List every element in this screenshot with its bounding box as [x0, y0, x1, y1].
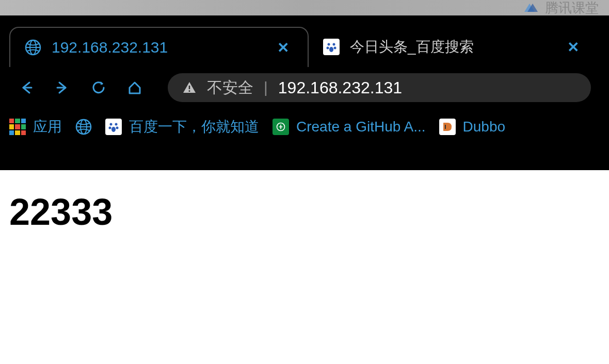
bookmark-bar: 应用 百度一下，你就知道: [0, 108, 609, 145]
nav-bar: 不安全 | 192.168.232.131: [0, 67, 609, 108]
globe-bookmark[interactable]: [75, 119, 92, 135]
home-button[interactable]: [126, 79, 143, 96]
apps-bookmark[interactable]: 应用: [9, 117, 62, 137]
banner-text: 腾讯课堂: [545, 0, 599, 17]
tab-active[interactable]: 192.168.232.131 ✕: [9, 27, 309, 67]
baidu-bookmark[interactable]: 百度一下，你就知道: [105, 117, 259, 137]
tab-close-button[interactable]: ✕: [563, 37, 583, 58]
tab-title: 192.168.232.131: [52, 39, 263, 56]
tab-bar: 192.168.232.131 ✕ 今日头条_百度搜索 ✕: [0, 15, 609, 67]
svg-point-16: [115, 123, 118, 126]
baidu-favicon-icon: [323, 39, 340, 55]
bookmark-label: Create a GitHub A...: [296, 119, 426, 135]
address-url: 192.168.232.131: [278, 78, 402, 97]
svg-point-19: [111, 127, 116, 132]
tab-title: 今日头条_百度搜索: [350, 37, 553, 57]
svg-point-11: [189, 90, 190, 92]
svg-point-6: [334, 47, 336, 49]
bookmark-label: 应用: [33, 117, 62, 137]
svg-point-3: [328, 43, 330, 46]
globe-icon: [75, 119, 92, 135]
top-banner: 腾讯课堂: [0, 0, 609, 15]
svg-point-4: [333, 43, 335, 46]
page-heading: 22333: [9, 191, 600, 233]
back-button[interactable]: [18, 79, 35, 96]
svg-point-7: [329, 47, 333, 52]
tab-close-button[interactable]: ✕: [273, 37, 293, 58]
bookmark-label: 百度一下，你就知道: [129, 117, 259, 137]
insecure-label: 不安全: [207, 77, 253, 98]
globe-icon: [25, 39, 41, 56]
svg-point-15: [110, 123, 113, 126]
baidu-icon: [105, 119, 122, 135]
tencent-logo-icon: [520, 2, 541, 14]
banner-logo: 腾讯课堂: [520, 0, 599, 17]
forward-button[interactable]: [54, 79, 71, 96]
tab-inactive[interactable]: 今日头条_百度搜索 ✕: [309, 27, 598, 67]
bookmark-label: Dubbo: [463, 119, 506, 135]
browser-chrome: 192.168.232.131 ✕ 今日头条_百度搜索 ✕: [0, 15, 609, 170]
dubbo-bookmark[interactable]: Dubbo: [439, 119, 506, 135]
warning-icon: [182, 80, 197, 95]
svg-point-17: [109, 127, 111, 129]
github-icon: [273, 119, 289, 135]
github-bookmark[interactable]: Create a GitHub A...: [273, 119, 426, 135]
reload-button[interactable]: [90, 79, 107, 96]
apps-grid-icon: [9, 119, 26, 135]
svg-point-18: [116, 127, 119, 129]
address-bar[interactable]: 不安全 | 192.168.232.131: [168, 73, 591, 102]
dubbo-icon: [439, 119, 456, 135]
page-content: 22333: [0, 170, 609, 254]
svg-point-5: [327, 47, 329, 49]
address-divider: |: [264, 79, 268, 96]
